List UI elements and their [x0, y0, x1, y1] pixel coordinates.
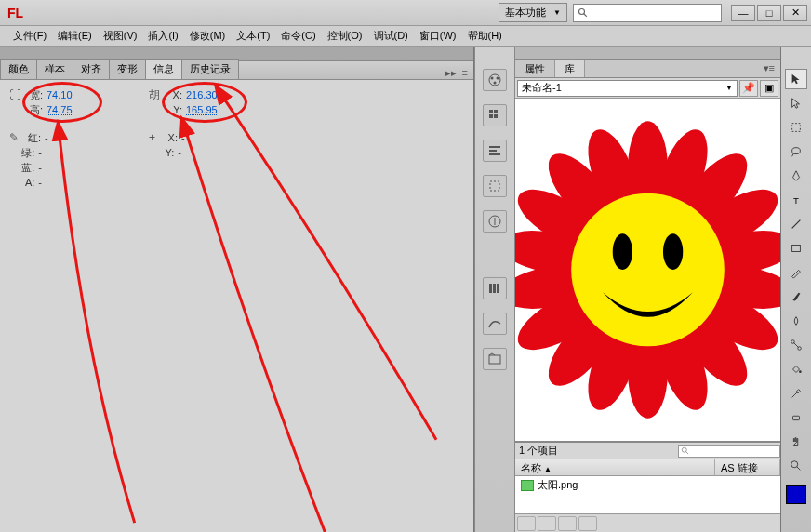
- menu-view[interactable]: 视图(V): [98, 26, 143, 46]
- delete-button[interactable]: [578, 516, 597, 531]
- y-label: Y:: [166, 104, 182, 115]
- info-panel-icon[interactable]: i: [483, 210, 507, 233]
- workspace-dropdown[interactable]: 基本功能 ▼: [499, 3, 567, 22]
- subselection-tool[interactable]: [785, 93, 807, 113]
- height-value[interactable]: 74.75: [47, 104, 84, 115]
- maximize-button[interactable]: □: [757, 5, 781, 21]
- menu-debug[interactable]: 调试(D): [368, 26, 414, 46]
- paint-bucket-tool[interactable]: [785, 359, 807, 379]
- size-icon: ⛶: [9, 88, 20, 101]
- panel-collapse-icon[interactable]: ▸▸: [445, 67, 457, 79]
- deco-tool[interactable]: [785, 311, 807, 331]
- tab-info[interactable]: 信息: [145, 59, 182, 79]
- minimize-button[interactable]: —: [731, 5, 755, 21]
- pen-tool[interactable]: [785, 166, 807, 186]
- new-symbol-button[interactable]: [517, 516, 536, 531]
- library-panel-icon[interactable]: [483, 277, 507, 299]
- library-item-row[interactable]: 太阳.png: [515, 476, 780, 494]
- svg-point-44: [792, 148, 801, 154]
- motion-panel-icon[interactable]: [483, 313, 507, 335]
- library-search[interactable]: [678, 445, 780, 458]
- menu-insert[interactable]: 插入(I): [142, 26, 183, 46]
- library-list-header: 名称 ▲ AS 链接: [515, 459, 780, 476]
- width-value[interactable]: 74.10: [47, 89, 84, 100]
- svg-rect-6: [489, 110, 493, 113]
- titlebar: FL 基本功能 ▼ — □ ✕: [0, 0, 811, 26]
- close-button[interactable]: ✕: [783, 5, 807, 21]
- menu-modify[interactable]: 修改(M): [184, 26, 232, 46]
- zoom-tool[interactable]: [785, 456, 807, 476]
- tab-color[interactable]: 颜色: [0, 59, 37, 79]
- bone-tool[interactable]: [785, 335, 807, 355]
- chevron-down-icon: ▼: [553, 8, 561, 17]
- text-tool[interactable]: T: [785, 190, 807, 210]
- project-panel-icon[interactable]: [483, 348, 507, 370]
- properties-button[interactable]: [558, 516, 577, 531]
- hand-tool[interactable]: [785, 432, 807, 452]
- y2-value: -: [178, 147, 215, 158]
- menu-text[interactable]: 文本(T): [231, 26, 275, 46]
- chevron-down-icon: ▼: [725, 84, 733, 92]
- b-value: -: [38, 162, 75, 173]
- x-value[interactable]: 216.30: [186, 89, 223, 100]
- eyedropper-tool[interactable]: [785, 383, 807, 404]
- search-icon: [578, 7, 589, 19]
- right-panel-menu-icon[interactable]: ▾≡: [758, 60, 780, 77]
- svg-rect-13: [490, 181, 499, 191]
- align-panel-icon[interactable]: [483, 140, 507, 162]
- svg-point-5: [494, 82, 497, 85]
- transform-panel-icon[interactable]: [483, 175, 507, 197]
- library-header: 未命名-1 ▼ 📌 ▣: [515, 78, 780, 99]
- rectangle-tool[interactable]: [785, 238, 807, 259]
- new-library-button[interactable]: ▣: [760, 80, 778, 97]
- panel-menu-icon[interactable]: ≡: [462, 67, 468, 79]
- svg-line-54: [797, 467, 801, 471]
- x-label: X:: [166, 89, 182, 100]
- lasso-tool[interactable]: [785, 141, 807, 162]
- b-label: 蓝:: [18, 161, 34, 175]
- y-value[interactable]: 165.95: [186, 104, 223, 115]
- eyedropper-icon: ✎: [9, 131, 19, 144]
- col-aslink[interactable]: AS 链接: [715, 459, 780, 475]
- library-item-name: 太阳.png: [538, 478, 578, 492]
- menu-control[interactable]: 控制(O): [322, 26, 368, 46]
- tab-history[interactable]: 历史记录: [181, 59, 239, 79]
- item-count-row: 1 个项目: [515, 443, 780, 459]
- x2-label: X:: [161, 132, 178, 143]
- selection-tool[interactable]: [785, 69, 807, 89]
- svg-line-42: [686, 451, 689, 454]
- x2-value: -: [181, 132, 219, 143]
- menu-commands[interactable]: 命令(C): [275, 26, 321, 46]
- tab-library[interactable]: 库: [555, 60, 585, 77]
- tab-align[interactable]: 对齐: [73, 59, 110, 79]
- line-tool[interactable]: [785, 214, 807, 234]
- menu-help[interactable]: 帮助(H): [462, 26, 508, 46]
- library-doc-dropdown[interactable]: 未命名-1 ▼: [517, 80, 738, 97]
- menu-edit[interactable]: 编辑(E): [52, 26, 98, 46]
- eraser-tool[interactable]: [785, 407, 807, 428]
- col-name[interactable]: 名称 ▲: [515, 459, 715, 475]
- svg-point-51: [799, 370, 802, 373]
- svg-point-41: [682, 447, 686, 452]
- menu-file[interactable]: 文件(F): [7, 26, 52, 46]
- search-input[interactable]: [573, 4, 722, 22]
- svg-text:T: T: [793, 195, 799, 206]
- pin-button[interactable]: 📌: [739, 80, 758, 97]
- pencil-tool[interactable]: [785, 262, 807, 283]
- new-folder-button[interactable]: [538, 516, 556, 531]
- brush-tool[interactable]: [785, 286, 807, 307]
- svg-rect-10: [489, 146, 500, 148]
- tab-transform[interactable]: 变形: [109, 59, 146, 79]
- tab-properties[interactable]: 属性: [515, 60, 555, 77]
- menu-window[interactable]: 窗口(W): [414, 26, 462, 46]
- tab-swatches[interactable]: 样本: [36, 59, 73, 79]
- workspace: 颜色 样本 对齐 变形 信息 历史记录 ▸▸ ≡ ⛶ 宽: 74.10: [0, 47, 811, 532]
- swatches-panel-icon[interactable]: [483, 104, 507, 126]
- svg-line-46: [792, 220, 801, 229]
- item-count-label: 1 个项目: [519, 444, 558, 458]
- fill-color-swatch[interactable]: [786, 485, 806, 504]
- color-panel-icon[interactable]: [483, 69, 507, 91]
- free-transform-tool[interactable]: [785, 117, 807, 138]
- svg-rect-19: [489, 355, 500, 364]
- right-panel-grip[interactable]: [515, 47, 780, 60]
